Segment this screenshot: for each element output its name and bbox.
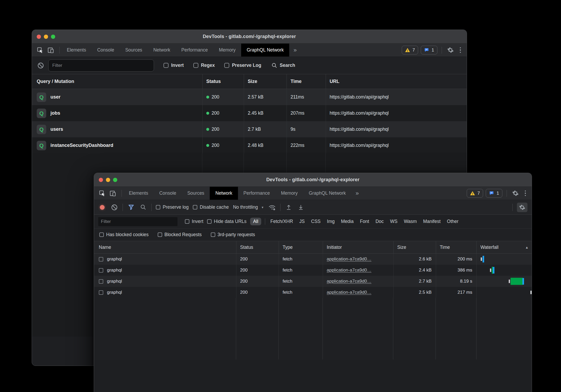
- filter-funnel-icon[interactable]: [127, 203, 135, 211]
- tab-network[interactable]: Network: [210, 187, 238, 200]
- request-type-chip-css[interactable]: CSS: [310, 218, 322, 225]
- network-conditions-icon[interactable]: [268, 203, 276, 211]
- column-header-status[interactable]: Status: [202, 74, 244, 89]
- titlebar[interactable]: DevTools - gitlab.com/-/graphql-explorer: [32, 30, 467, 44]
- settings-gear-icon[interactable]: [511, 189, 520, 198]
- more-options-icon[interactable]: [523, 190, 528, 196]
- more-tabs-icon[interactable]: »: [351, 187, 363, 200]
- row-checkbox[interactable]: [99, 257, 103, 262]
- tab-performance[interactable]: Performance: [238, 187, 275, 200]
- filter-input[interactable]: [48, 59, 154, 72]
- request-type-chip-fetch-xhr[interactable]: Fetch/XHR: [269, 218, 295, 225]
- zoom-window-button[interactable]: [113, 178, 117, 182]
- close-window-button[interactable]: [37, 35, 41, 39]
- warnings-badge[interactable]: 7: [402, 46, 418, 54]
- zoom-window-button[interactable]: [51, 35, 55, 39]
- graphql-table-row[interactable]: Qjobs 200 2.45 kB 207ms https://gitlab.c…: [32, 105, 467, 121]
- network-filter-input[interactable]: [98, 217, 177, 226]
- third-party-requests-checkbox-group[interactable]: 3rd-party requests: [211, 232, 255, 237]
- tab-sources[interactable]: Sources: [182, 187, 210, 200]
- tab-elements[interactable]: Elements: [61, 44, 92, 57]
- row-checkbox[interactable]: [99, 279, 103, 284]
- network-request-row[interactable]: graphql 200 fetch application-a7ca9d0… 2…: [94, 265, 532, 276]
- import-har-icon[interactable]: [285, 203, 293, 211]
- request-type-chip-js[interactable]: JS: [298, 218, 306, 225]
- request-type-chip-all[interactable]: All: [250, 218, 261, 225]
- graphql-table-row[interactable]: Quser 200 2.57 kB 211ms https://gitlab.c…: [32, 89, 467, 105]
- close-window-button[interactable]: [99, 178, 103, 182]
- regex-checkbox[interactable]: [193, 63, 198, 68]
- column-header-waterfall[interactable]: Waterfall ▲: [476, 241, 532, 253]
- tab-performance[interactable]: Performance: [176, 44, 213, 57]
- inspect-element-icon[interactable]: [98, 189, 107, 198]
- initiator-link[interactable]: application-a7ca9d0…: [327, 279, 371, 284]
- graphql-table-row[interactable]: QinstanceSecurityDashboard 200 2.48 kB 2…: [32, 137, 467, 153]
- tab-sources[interactable]: Sources: [120, 44, 148, 57]
- inspect-element-icon[interactable]: [36, 46, 45, 55]
- preserve-log-checkbox-group[interactable]: Preserve log: [156, 204, 189, 210]
- invert-checkbox[interactable]: [185, 219, 189, 224]
- network-request-row[interactable]: graphql 200 fetch application-a7ca9d0… 2…: [94, 254, 532, 265]
- blocked-requests-checkbox-group[interactable]: Blocked Requests: [158, 232, 202, 237]
- settings-gear-icon[interactable]: [446, 46, 455, 55]
- request-type-chip-other[interactable]: Other: [445, 218, 460, 225]
- issues-badge[interactable]: 1: [486, 189, 502, 198]
- hide-data-urls-checkbox-group[interactable]: Hide data URLs: [207, 219, 247, 224]
- column-header-size[interactable]: Size: [393, 241, 436, 253]
- column-header-time[interactable]: Time: [287, 74, 326, 89]
- clear-network-log-icon[interactable]: [110, 203, 118, 211]
- blocked-requests-checkbox[interactable]: [158, 232, 162, 237]
- row-checkbox[interactable]: [99, 268, 103, 273]
- device-toolbar-icon[interactable]: [108, 189, 117, 198]
- record-network-log-icon[interactable]: [98, 203, 106, 211]
- request-type-chip-media[interactable]: Media: [339, 218, 355, 225]
- issues-badge[interactable]: 1: [421, 46, 437, 54]
- device-toolbar-icon[interactable]: [46, 46, 55, 55]
- column-header-type[interactable]: Type: [279, 241, 323, 253]
- has-blocked-cookies-checkbox[interactable]: [99, 232, 104, 237]
- third-party-requests-checkbox[interactable]: [211, 232, 215, 237]
- tab-memory[interactable]: Memory: [213, 44, 241, 57]
- minimize-window-button[interactable]: [106, 178, 110, 182]
- preserve-log-checkbox[interactable]: [156, 205, 160, 209]
- invert-checkbox-group[interactable]: Invert: [185, 219, 203, 224]
- column-header-status[interactable]: Status: [236, 241, 279, 253]
- invert-checkbox[interactable]: [163, 63, 169, 68]
- regex-checkbox-group[interactable]: Regex: [193, 63, 215, 68]
- search-icon[interactable]: [139, 203, 147, 211]
- preserve-log-checkbox-group[interactable]: Preserve Log: [224, 63, 261, 68]
- request-type-chip-ws[interactable]: WS: [389, 218, 399, 225]
- tab-graphql-network[interactable]: GraphQL Network: [303, 187, 351, 200]
- throttling-dropdown[interactable]: No throttling ▼: [233, 204, 264, 210]
- tab-memory[interactable]: Memory: [275, 187, 303, 200]
- titlebar[interactable]: DevTools - gitlab.com/-/graphql-explorer: [94, 173, 532, 187]
- invert-checkbox-group[interactable]: Invert: [163, 63, 184, 68]
- export-har-icon[interactable]: [297, 203, 305, 211]
- request-type-chip-wasm[interactable]: Wasm: [402, 218, 418, 225]
- preserve-log-checkbox[interactable]: [224, 63, 229, 68]
- tab-console[interactable]: Console: [92, 44, 120, 57]
- network-settings-gear-icon[interactable]: [517, 203, 527, 212]
- column-header-query-mutation[interactable]: Query / Mutation: [32, 74, 202, 89]
- search-control[interactable]: Search: [271, 62, 295, 69]
- column-header-size[interactable]: Size: [244, 74, 287, 89]
- tab-graphql-network[interactable]: GraphQL Network: [241, 44, 289, 57]
- initiator-link[interactable]: application-a7ca9d0…: [327, 290, 371, 295]
- more-options-icon[interactable]: [458, 47, 463, 53]
- more-tabs-icon[interactable]: »: [289, 44, 301, 57]
- network-request-row[interactable]: graphql 200 fetch application-a7ca9d0… 2…: [94, 287, 532, 298]
- tab-console[interactable]: Console: [154, 187, 182, 200]
- minimize-window-button[interactable]: [44, 35, 48, 39]
- column-header-name[interactable]: Name: [94, 241, 236, 253]
- row-checkbox[interactable]: [99, 290, 103, 295]
- column-header-initiator[interactable]: Initiator: [323, 241, 393, 253]
- disable-cache-checkbox-group[interactable]: Disable cache: [193, 204, 229, 210]
- network-request-row[interactable]: graphql 200 fetch application-a7ca9d0… 2…: [94, 276, 532, 287]
- hide-data-urls-checkbox[interactable]: [207, 219, 212, 224]
- request-type-chip-manifest[interactable]: Manifest: [422, 218, 442, 225]
- disable-cache-checkbox[interactable]: [193, 205, 197, 209]
- graphql-table-row[interactable]: Qusers 200 2.7 kB 9s https://gitlab.com/…: [32, 121, 467, 137]
- tab-network[interactable]: Network: [148, 44, 176, 57]
- request-type-chip-font[interactable]: Font: [358, 218, 371, 225]
- initiator-link[interactable]: application-a7ca9d0…: [327, 268, 371, 273]
